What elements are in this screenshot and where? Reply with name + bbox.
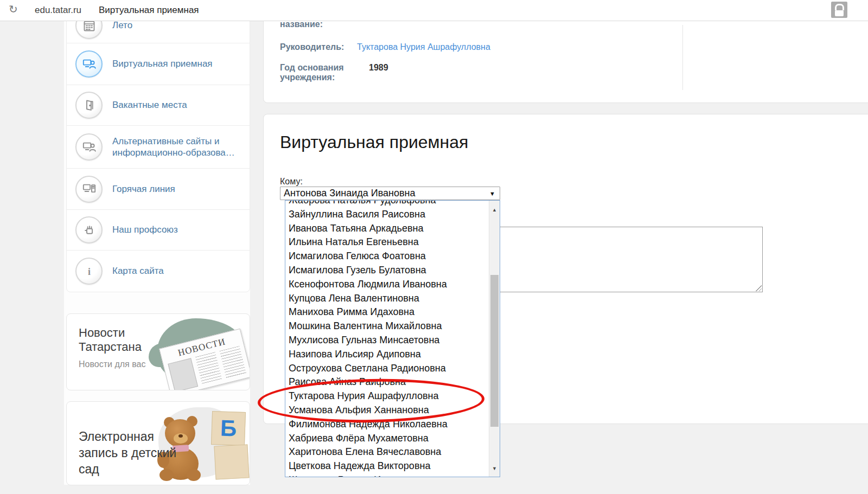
dropdown-option[interactable]: Мухлисова Гульназ Минсаетовна — [285, 333, 489, 348]
sidebar-item-vacancies[interactable]: Альтернативные сайты и информационно-обр… — [67, 85, 250, 126]
sidebar-item-label: Лето — [112, 20, 132, 31]
recipient-select-value: Антонова Зинаида Ивановна — [284, 188, 416, 199]
virtual-reception-icon — [75, 50, 103, 78]
alt-sites-icon — [75, 133, 103, 161]
dropdown-option[interactable]: Исмагилова Гелюса Фоатовна — [285, 249, 489, 264]
dropdown-option[interactable]: Зайнуллина Василя Раисовна — [285, 208, 489, 222]
scroll-up-icon[interactable]: ▲ — [489, 207, 500, 213]
sidebar-item-label: Наш профсоюз — [112, 224, 178, 235]
sidebar-item-sitemap[interactable]: i Карта сайта — [67, 251, 250, 292]
dropdown-option[interactable]: Манихова Римма Идаховна — [285, 305, 489, 319]
sidebar-item-label: Горячая линия — [112, 183, 175, 195]
sidebar-item-virtual-reception[interactable]: Виртуальная приемная — [67, 43, 250, 85]
browser-bar: ↻ edu.tatar.ru Виртуальная приемная — [0, 0, 868, 21]
sidebar-menu: Лето Виртуальная приемная Альтернативные… — [66, 8, 250, 292]
dropdown-option[interactable]: Шарапова Рамзия Ильясовна — [285, 473, 489, 477]
union-fist-icon — [75, 216, 103, 243]
dropdown-option[interactable]: Филимонова Надежда Николаевна — [285, 418, 489, 432]
founded-label: Год основания учреждения: — [280, 63, 361, 82]
sidebar-item-union[interactable]: Наш профсоюз — [67, 210, 250, 251]
dropdown-option[interactable]: Раисова Айназ Раифовна — [285, 375, 489, 389]
dropdown-option[interactable]: Иванова Татьяна Аркадьевна — [285, 222, 489, 236]
dropdown-option[interactable]: Жаброва Наталья Рудольфовна — [285, 200, 489, 208]
kindergarten-banner-title: Электронная запись в детский сад — [79, 429, 195, 478]
page: ↻ edu.tatar.ru Виртуальная приемная Лето… — [0, 0, 868, 494]
page-title: Виртуальная приемная — [99, 5, 199, 16]
lock-body — [835, 10, 844, 16]
dropdown-option[interactable]: Купцова Лена Валентиновна — [285, 292, 489, 306]
svg-text:i: i — [87, 266, 90, 277]
founded-value: 1989 — [369, 63, 388, 73]
news-banner[interactable]: НОВОСТИ Новости Татарстана Новости для в… — [66, 313, 250, 390]
dropdown-option[interactable]: Исмагилова Гузель Булатовна — [285, 264, 489, 278]
dropdown-option[interactable]: Остроухова Светлана Радионовна — [285, 362, 489, 376]
hotline-icon — [75, 176, 103, 203]
sidebar-item-alt-sites[interactable]: Альтернативные сайты и информационно-обр… — [67, 126, 250, 169]
recipient-label: Кому: — [280, 177, 303, 187]
sidebar-item-label: Вакантные места — [112, 99, 187, 111]
recipient-select[interactable]: Антонова Зинаида Ивановна ▼ — [280, 187, 500, 200]
info-icon: i — [75, 258, 103, 285]
door-icon — [75, 92, 103, 119]
refresh-icon[interactable]: ↻ — [9, 3, 18, 16]
scroll-down-icon[interactable]: ▼ — [489, 466, 500, 471]
head-label: Руководитель: — [280, 42, 344, 52]
dropdown-option[interactable]: Назипова Ильсияр Адиповна — [285, 348, 489, 362]
panel-divider — [682, 25, 683, 90]
dropdown-option[interactable]: Туктарова Нурия Ашрафулловна — [285, 389, 489, 403]
dropdown-option[interactable]: Хабриева Флёра Мухаметовна — [285, 432, 489, 446]
recipient-dropdown-list: Жаброва Наталья Рудольфовна Зайнуллина В… — [285, 200, 500, 477]
head-link[interactable]: Туктарова Нурия Ашрафулловна — [357, 42, 490, 52]
reception-heading: Виртуальная приемная — [280, 132, 468, 152]
dropdown-option[interactable]: Ксенофонтова Людмила Ивановна — [285, 278, 489, 292]
dropdown-options: Жаброва Наталья Рудольфовна Зайнуллина В… — [285, 200, 489, 477]
toy-block-2 — [214, 444, 249, 479]
sidebar-item-label: Альтернативные сайты и информационно-обр… — [112, 136, 244, 159]
dropdown-option[interactable]: Цветкова Надежда Викторовна — [285, 459, 489, 473]
chevron-down-icon: ▼ — [489, 190, 495, 197]
dropdown-option[interactable]: Мошкина Валентина Михайловна — [285, 319, 489, 333]
lock-icon[interactable] — [831, 2, 847, 18]
sidebar-item-label: Виртуальная приемная — [112, 58, 213, 69]
dropdown-option[interactable]: Ильина Наталья Евгеньевна — [285, 235, 489, 249]
scrollbar-thumb[interactable] — [490, 275, 499, 427]
sidebar-item-hotline[interactable]: Горячая линия — [67, 169, 250, 210]
dropdown-option[interactable]: Харитонова Елена Вячеславовна — [285, 445, 489, 459]
address-url: edu.tatar.ru — [35, 5, 81, 16]
message-textarea[interactable] — [496, 227, 763, 292]
news-banner-title: Новости Татарстана — [79, 326, 160, 355]
dropdown-option[interactable]: Усманова Альфия Ханнановна — [285, 403, 489, 418]
dropdown-scrollbar[interactable]: ▲ ▼ — [489, 201, 500, 477]
lock-shackle — [835, 4, 844, 10]
kindergarten-banner[interactable]: Б Электронная запись в детский сад — [66, 401, 250, 485]
sidebar-item-label: Карта сайта — [112, 265, 164, 277]
news-banner-subtitle: Новости для вас — [79, 360, 145, 369]
